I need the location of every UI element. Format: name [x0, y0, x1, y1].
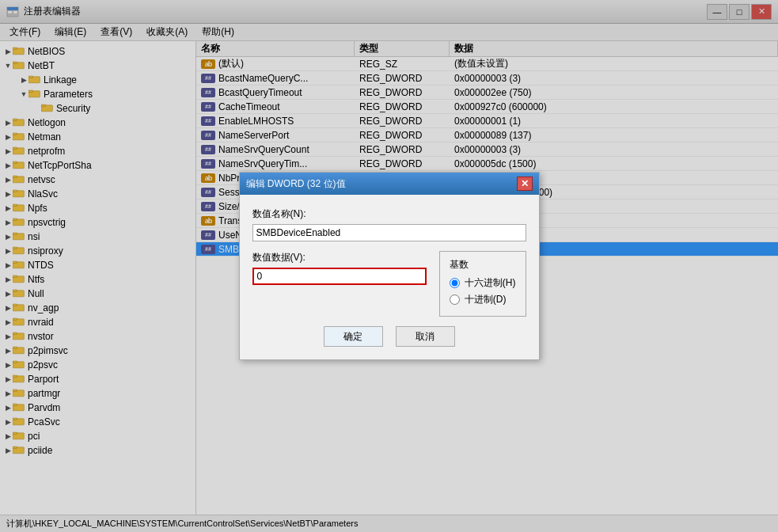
base-group: 基数 十六进制(H) 十进制(D) [439, 251, 526, 317]
value-input-wrap: 数值数据(V): [252, 251, 427, 317]
dec-label: 十进制(D) [465, 293, 507, 306]
dialog-close-button[interactable]: ✕ [517, 177, 533, 191]
hex-radio[interactable] [450, 278, 460, 288]
value-base-row: 数值数据(V): 基数 十六进制(H) 十进制(D) [252, 251, 526, 317]
dialog-body: 数值名称(N): 数值数据(V): 基数 十六进制(H) 十进制(D) [240, 195, 539, 359]
dec-radio-row[interactable]: 十进制(D) [450, 293, 516, 306]
hex-label: 十六进制(H) [465, 276, 516, 290]
name-label: 数值名称(N): [252, 207, 526, 221]
hex-radio-row[interactable]: 十六进制(H) [450, 276, 516, 290]
dialog-backdrop: 编辑 DWORD (32 位)值 ✕ 数值名称(N): 数值数据(V): 基数 … [0, 0, 778, 532]
ok-button[interactable]: 确定 [324, 326, 383, 347]
dialog-title: 编辑 DWORD (32 位)值 [246, 177, 346, 191]
dec-radio[interactable] [450, 294, 460, 305]
value-input[interactable] [252, 268, 427, 285]
name-input[interactable] [252, 224, 526, 241]
base-title: 基数 [450, 258, 516, 272]
dialog-titlebar: 编辑 DWORD (32 位)值 ✕ [240, 173, 539, 195]
cancel-button[interactable]: 取消 [396, 326, 455, 347]
dialog-buttons: 确定 取消 [252, 326, 526, 347]
edit-dword-dialog: 编辑 DWORD (32 位)值 ✕ 数值名称(N): 数值数据(V): 基数 … [239, 172, 540, 360]
value-label: 数值数据(V): [252, 251, 427, 264]
